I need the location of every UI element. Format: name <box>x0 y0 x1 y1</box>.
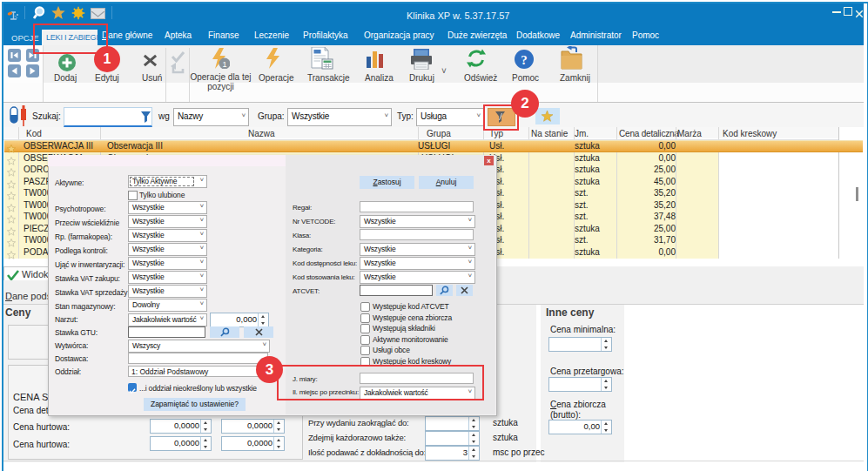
svg-text:1: 1 <box>222 60 226 69</box>
svg-text:?: ? <box>521 53 528 67</box>
